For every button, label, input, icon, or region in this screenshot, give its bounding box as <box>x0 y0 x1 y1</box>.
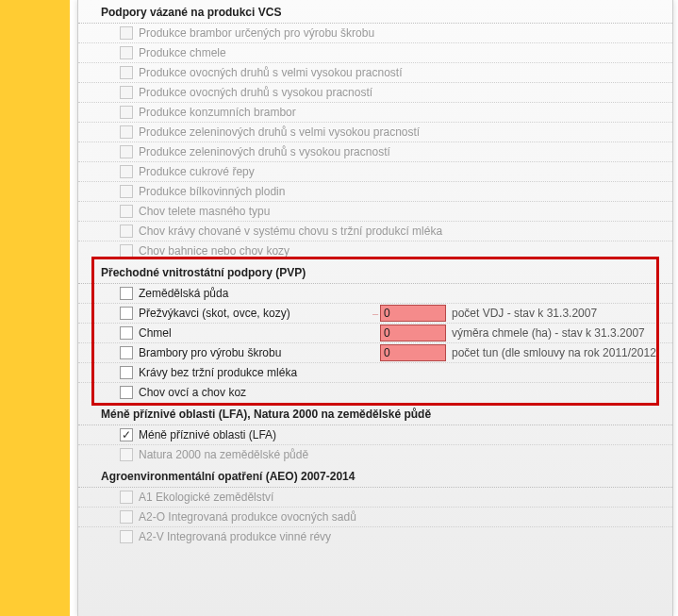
checkbox[interactable]: ✓ <box>120 428 133 441</box>
numeric-input[interactable] <box>380 305 446 322</box>
row-label: A2-V Integrovaná produkce vinné révy <box>139 530 331 543</box>
list-row: Brambory pro výrobu škrobupočet tun (dle… <box>78 343 672 363</box>
list-row: A2-O Integrovaná produkce ovocných sadů <box>78 508 672 527</box>
row-label: Produkce bílkovinných plodin <box>139 185 285 198</box>
list-row: Chov ovcí a chov koz <box>78 383 672 402</box>
row-label: Zemědělská půda <box>139 287 228 300</box>
checkbox[interactable] <box>120 346 133 359</box>
checkbox <box>120 244 133 258</box>
row-label: Chov telete masného typu <box>139 205 270 218</box>
input-cell: počet tun (dle smlouvy na rok 2011/2012) <box>371 344 660 361</box>
list-row: Přežvýkavci (skot, ovce, kozy)–počet VDJ… <box>78 304 672 324</box>
input-suffix: výměra chmele (ha) - stav k 31.3.2007 <box>452 326 645 340</box>
list-row: Produkce konzumních brambor <box>78 103 672 123</box>
checkbox <box>120 26 133 40</box>
row-label: Méně příznivé oblasti (LFA) <box>139 428 276 441</box>
list-row: Produkce chmele <box>78 43 672 63</box>
list-row: A1 Ekologické zemědělství <box>78 488 672 508</box>
checkbox <box>120 205 133 218</box>
row-label: Chov ovcí a chov koz <box>139 386 246 399</box>
row-label: Produkce konzumních brambor <box>139 106 296 119</box>
list-row: Chov krávy chované v systému chovu s trž… <box>78 222 672 241</box>
list-row: Produkce brambor určených pro výrobu škr… <box>78 24 672 43</box>
list-row: A2-V Integrovaná produkce vinné révy <box>78 527 672 546</box>
check-icon: ✓ <box>122 428 131 441</box>
section-header-pvp: Přechodné vnitrostátní podpory (PVP) <box>78 262 672 284</box>
checkbox[interactable] <box>120 287 133 300</box>
list-row: Krávy bez tržní produkce mléka <box>78 363 672 383</box>
row-label: Krávy bez tržní produkce mléka <box>139 366 297 379</box>
numeric-input[interactable] <box>380 344 446 361</box>
row-label: Chov krávy chované v systému chovu s trž… <box>139 225 442 238</box>
numeric-input[interactable] <box>380 325 446 341</box>
row-label: Produkce ovocných druhů s vysokou pracno… <box>139 86 372 99</box>
list-row: Produkce cukrové řepy <box>78 162 672 182</box>
left-sidebar-strip <box>0 0 70 616</box>
checkbox <box>120 145 133 158</box>
list-row: Chmelvýměra chmele (ha) - stav k 31.3.20… <box>78 324 672 343</box>
section-header-aeo: Agroenvironmentální opatření (AEO) 2007-… <box>78 466 672 488</box>
list-row: ✓Méně příznivé oblasti (LFA) <box>78 425 672 445</box>
input-cell: –počet VDJ - stav k 31.3.2007 <box>371 305 597 322</box>
row-label: Produkce zeleninových druhů s velmi vyso… <box>139 125 420 139</box>
row-label: A2-O Integrovaná produkce ovocných sadů <box>139 510 356 524</box>
input-marker: – <box>371 308 378 319</box>
checkbox[interactable] <box>120 386 133 399</box>
checkbox <box>120 165 133 178</box>
row-label: Produkce brambor určených pro výrobu škr… <box>139 26 374 40</box>
checkbox[interactable] <box>120 366 133 379</box>
checkbox[interactable] <box>120 326 133 340</box>
checkbox <box>120 225 133 238</box>
row-label: Přežvýkavci (skot, ovce, kozy) <box>139 307 290 320</box>
section-header-lfa: Méně příznivé oblasti (LFA), Natura 2000… <box>78 404 672 425</box>
row-label: Brambory pro výrobu škrobu <box>139 346 281 359</box>
row-label: Produkce zeleninových druhů s vysokou pr… <box>139 145 390 158</box>
row-label: A1 Ekologické zemědělství <box>139 491 273 504</box>
input-cell: výměra chmele (ha) - stav k 31.3.2007 <box>371 325 645 341</box>
checkbox <box>120 125 133 139</box>
list-row: Produkce ovocných druhů s velmi vysokou … <box>78 63 672 83</box>
checkbox[interactable] <box>120 307 133 320</box>
row-label: Natura 2000 na zemědělské půdě <box>139 448 308 461</box>
input-suffix: počet VDJ - stav k 31.3.2007 <box>452 307 597 320</box>
checkbox <box>120 66 133 79</box>
list-row: Produkce zeleninových druhů s velmi vyso… <box>78 123 672 142</box>
checkbox <box>120 491 133 504</box>
list-row: Produkce ovocných druhů s vysokou pracno… <box>78 83 672 103</box>
list-row: Chov bahnice nebo chov kozy <box>78 241 672 260</box>
row-label: Chov bahnice nebo chov kozy <box>139 244 289 258</box>
checkbox <box>120 510 133 524</box>
list-row: Produkce zeleninových druhů s vysokou pr… <box>78 142 672 162</box>
checkbox <box>120 448 133 461</box>
row-label: Chmel <box>139 326 172 340</box>
row-label: Produkce cukrové řepy <box>139 165 255 178</box>
checkbox <box>120 530 133 543</box>
list-row: Chov telete masného typu <box>78 202 672 222</box>
checkbox <box>120 46 133 59</box>
list-row: Natura 2000 na zemědělské půdě <box>78 445 672 464</box>
row-label: Produkce ovocných druhů s velmi vysokou … <box>139 66 402 79</box>
list-row: Zemědělská půda <box>78 284 672 304</box>
section-header-vcs: Podpory vázané na produkci VCS <box>78 2 672 24</box>
list-row: Produkce bílkovinných plodin <box>78 182 672 202</box>
input-suffix: počet tun (dle smlouvy na rok 2011/2012) <box>452 346 660 359</box>
checkbox <box>120 185 133 198</box>
row-label: Produkce chmele <box>139 46 226 59</box>
checkbox <box>120 86 133 99</box>
checkbox <box>120 106 133 119</box>
